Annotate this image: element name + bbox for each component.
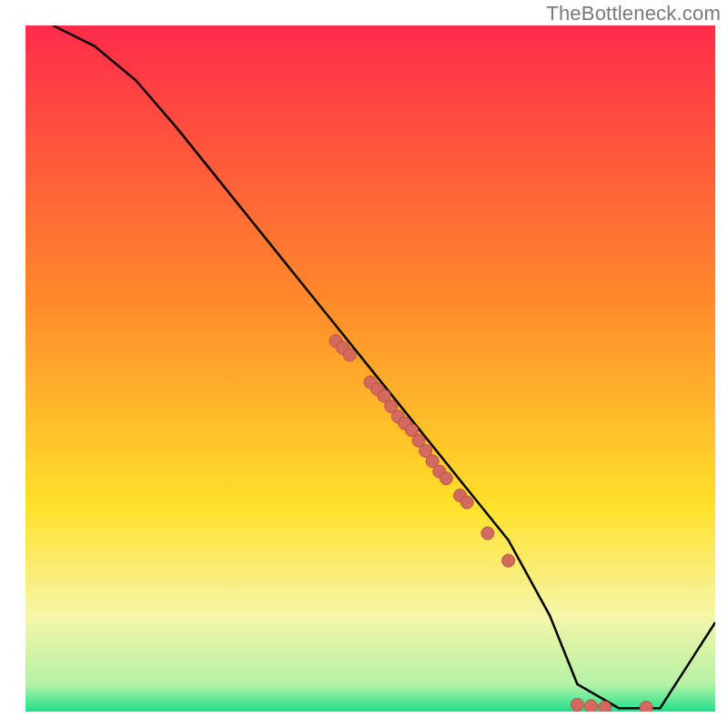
data-point	[571, 698, 583, 711]
data-point	[343, 349, 356, 361]
data-point	[440, 472, 452, 485]
watermark-label: TheBottleneck.com	[546, 2, 721, 25]
bottleneck-chart: TheBottleneck.com	[0, 0, 728, 728]
data-point	[481, 527, 494, 540]
chart-canvas	[0, 0, 728, 728]
data-point	[585, 700, 598, 713]
data-point	[460, 496, 473, 509]
data-point	[502, 554, 515, 567]
